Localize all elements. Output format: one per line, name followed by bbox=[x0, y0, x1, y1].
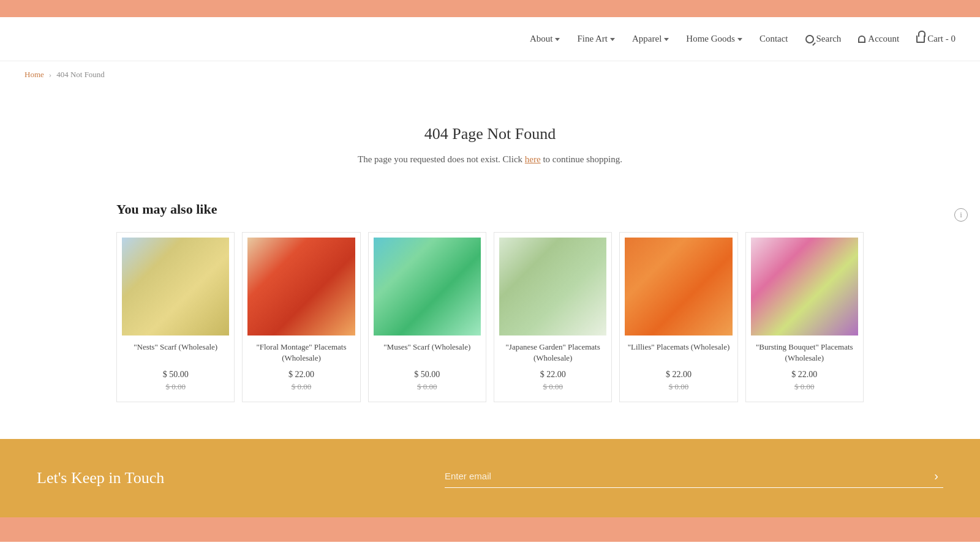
search-icon bbox=[805, 35, 814, 43]
product-price: $ 22.00 bbox=[751, 370, 858, 380]
nav-item-about[interactable]: About bbox=[530, 34, 560, 44]
product-image bbox=[122, 238, 229, 335]
product-image bbox=[247, 238, 355, 335]
cart-icon bbox=[916, 36, 925, 43]
chevron-down-icon bbox=[610, 38, 615, 41]
error-message: The page you requested does not exist. C… bbox=[12, 154, 968, 165]
email-input[interactable] bbox=[445, 468, 929, 484]
product-name: "Floral Montage" Placemats (Wholesale) bbox=[247, 342, 355, 364]
nav-account[interactable]: Account bbox=[858, 34, 899, 44]
nav-about-label: About bbox=[530, 34, 553, 44]
product-card[interactable]: "Muses" Scarf (Wholesale)$ 50.00$ 0.00 bbox=[368, 232, 486, 402]
bottom-footer-bar bbox=[0, 517, 980, 542]
products-grid: "Nests" Scarf (Wholesale)$ 50.00$ 0.00"F… bbox=[116, 232, 864, 402]
product-price: $ 50.00 bbox=[122, 370, 229, 380]
newsletter-title: Let's Keep in Touch bbox=[37, 469, 164, 487]
footer-newsletter: Let's Keep in Touch › bbox=[0, 439, 980, 517]
product-name: "Nests" Scarf (Wholesale) bbox=[122, 342, 229, 364]
nav-contact-label: Contact bbox=[760, 34, 788, 44]
info-icon[interactable]: i bbox=[954, 208, 968, 222]
error-message-suffix: to continue shopping. bbox=[541, 154, 622, 164]
product-image bbox=[499, 238, 606, 335]
info-icon-wrapper: i bbox=[954, 208, 968, 222]
product-card[interactable]: "Japanese Garden" Placemats (Wholesale)$… bbox=[494, 232, 612, 402]
product-image bbox=[751, 238, 858, 335]
chevron-down-icon bbox=[737, 38, 742, 41]
product-original-price: $ 0.00 bbox=[499, 382, 606, 392]
error-section: 404 Page Not Found The page you requeste… bbox=[0, 88, 980, 189]
nav-item-apparel[interactable]: Apparel bbox=[632, 34, 669, 44]
newsletter-form: › bbox=[445, 468, 943, 488]
breadcrumb-home-link[interactable]: Home bbox=[24, 70, 44, 80]
product-name: "Japanese Garden" Placemats (Wholesale) bbox=[499, 342, 606, 364]
product-price: $ 22.00 bbox=[499, 370, 606, 380]
product-price: $ 50.00 bbox=[374, 370, 481, 380]
product-price: $ 22.00 bbox=[625, 370, 732, 380]
product-card[interactable]: "Nests" Scarf (Wholesale)$ 50.00$ 0.00 bbox=[116, 232, 235, 402]
top-bar bbox=[0, 0, 980, 17]
breadcrumb-separator: › bbox=[49, 70, 51, 80]
product-original-price: $ 0.00 bbox=[374, 382, 481, 392]
newsletter-submit-button[interactable]: › bbox=[929, 469, 943, 483]
nav-account-label: Account bbox=[868, 34, 899, 44]
chevron-down-icon bbox=[664, 38, 669, 41]
product-image bbox=[374, 238, 481, 335]
product-card[interactable]: "Lillies" Placemats (Wholesale)$ 22.00$ … bbox=[619, 232, 737, 402]
error-here-link[interactable]: here bbox=[525, 154, 541, 164]
nav-cart[interactable]: Cart - 0 bbox=[916, 34, 956, 44]
nav-fineart-label: Fine Art bbox=[577, 34, 608, 44]
product-original-price: $ 0.00 bbox=[122, 382, 229, 392]
product-original-price: $ 0.00 bbox=[247, 382, 355, 392]
main-navigation: About Fine Art Apparel Home Goods Contac… bbox=[0, 17, 980, 61]
account-icon bbox=[858, 36, 865, 43]
product-name: "Muses" Scarf (Wholesale) bbox=[374, 342, 481, 364]
nav-search[interactable]: Search bbox=[805, 34, 842, 44]
product-image bbox=[625, 238, 732, 335]
product-card[interactable]: "Bursting Bouquet" Placemats (Wholesale)… bbox=[745, 232, 864, 402]
recommendations-title: You may also like bbox=[116, 201, 864, 217]
error-message-prefix: The page you requested does not exist. C… bbox=[358, 154, 525, 164]
nav-homegoods-label: Home Goods bbox=[686, 34, 735, 44]
nav-item-fineart[interactable]: Fine Art bbox=[577, 34, 615, 44]
nav-item-homegoods[interactable]: Home Goods bbox=[686, 34, 742, 44]
product-name: "Bursting Bouquet" Placemats (Wholesale) bbox=[751, 342, 858, 364]
nav-search-label: Search bbox=[816, 34, 842, 44]
breadcrumb-current: 404 Not Found bbox=[56, 70, 105, 80]
recommendations-section: You may also like "Nests" Scarf (Wholesa… bbox=[92, 189, 888, 439]
product-name: "Lillies" Placemats (Wholesale) bbox=[625, 342, 732, 364]
nav-cart-label: Cart - 0 bbox=[927, 34, 956, 44]
nav-apparel-label: Apparel bbox=[632, 34, 662, 44]
nav-item-contact[interactable]: Contact bbox=[760, 34, 788, 44]
error-title: 404 Page Not Found bbox=[12, 125, 968, 143]
product-original-price: $ 0.00 bbox=[625, 382, 732, 392]
product-original-price: $ 0.00 bbox=[751, 382, 858, 392]
product-price: $ 22.00 bbox=[247, 370, 355, 380]
product-card[interactable]: "Floral Montage" Placemats (Wholesale)$ … bbox=[242, 232, 360, 402]
breadcrumb: Home › 404 Not Found bbox=[0, 61, 980, 88]
chevron-down-icon bbox=[555, 38, 560, 41]
